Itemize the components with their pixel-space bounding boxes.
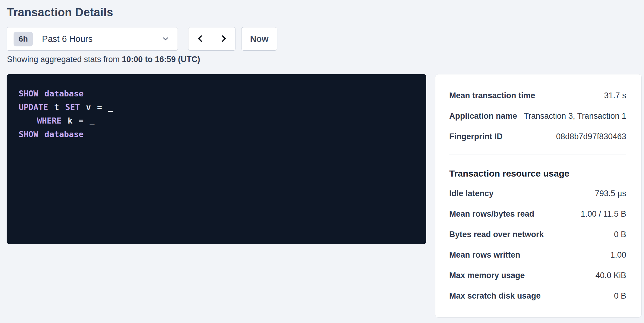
stat-value: 08d8b7d97f830463 [556,132,626,141]
resource-usage-heading: Transaction resource usage [449,164,626,183]
stat-row-bytes-read-over-network: Bytes read over network 0 B [449,224,626,245]
stat-label: Max memory usage [449,271,525,280]
time-picker-controls: 6h Past 6 Hours Now [7,27,277,51]
stat-label: Application name [449,111,517,121]
page-title: Transaction Details [7,6,113,19]
time-range-label: Past 6 Hours [42,34,93,44]
stat-value: 0 B [614,291,626,301]
stat-row-max-scratch-disk-usage: Max scratch disk usage 0 B [449,286,626,306]
sql-line: SHOW database [19,87,414,100]
transaction-stats-card: Mean transaction time 31.7 s Application… [435,74,642,318]
aggregation-summary: Showing aggregated stats from 10:00 to 1… [7,55,200,64]
stat-value: 0 B [614,230,626,239]
stat-value: Transaction 3, Transaction 1 [524,111,626,121]
sql-statement-box: SHOW database UPDATE t SET v = _ WHERE k… [7,74,426,244]
next-range-button[interactable] [212,27,235,51]
sql-line: WHERE k = _ [19,114,414,127]
sql-token: WHERE [37,116,62,125]
sql-token: UPDATE [19,102,48,112]
sql-token: SHOW database [19,89,84,98]
aggregation-summary-prefix: Showing aggregated stats from [7,55,122,64]
sql-token: SHOW database [19,130,84,139]
stat-value: 31.7 s [604,91,626,100]
stat-label: Max scratch disk usage [449,291,541,301]
stat-row-application-name: Application name Transaction 3, Transact… [449,106,626,126]
stat-value: 40.0 KiB [595,271,626,280]
stat-value: 1.00 [610,250,626,260]
previous-range-button[interactable] [188,27,212,51]
sql-line: UPDATE t SET v = _ [19,100,414,114]
time-step-buttons [188,27,235,51]
time-range-badge: 6h [14,32,33,46]
sql-token: v = _ [80,102,113,112]
chevron-right-icon [219,34,228,44]
stat-row-max-memory-usage: Max memory usage 40.0 KiB [449,265,626,286]
stat-label: Idle latency [449,189,494,198]
time-range-dropdown[interactable]: 6h Past 6 Hours [7,27,178,51]
sql-line: SHOW database [19,127,414,141]
sql-token: k = _ [62,116,95,125]
sql-token [19,116,37,125]
stat-row-idle-latency: Idle latency 793.5 µs [449,183,626,204]
chevron-left-icon [196,34,205,44]
chevron-down-icon [161,35,170,43]
aggregation-summary-range: 10:00 to 16:59 (UTC) [122,55,200,64]
stat-label: Bytes read over network [449,230,544,239]
stat-row-mean-transaction-time: Mean transaction time 31.7 s [449,85,626,106]
sql-token: SET [65,102,80,112]
stat-label: Fingerprint ID [449,132,503,141]
stat-label: Mean rows written [449,250,520,260]
stat-label: Mean rows/bytes read [449,209,534,219]
stat-value: 793.5 µs [595,189,626,198]
stat-value: 1.00 / 11.5 B [581,209,626,219]
now-button[interactable]: Now [241,27,277,51]
card-divider [449,155,626,155]
sql-token: t [48,102,65,112]
stat-row-fingerprint-id: Fingerprint ID 08d8b7d97f830463 [449,126,626,147]
stat-row-mean-rows-written: Mean rows written 1.00 [449,245,626,265]
stat-label: Mean transaction time [449,91,535,100]
stat-row-mean-rows-bytes-read: Mean rows/bytes read 1.00 / 11.5 B [449,204,626,224]
